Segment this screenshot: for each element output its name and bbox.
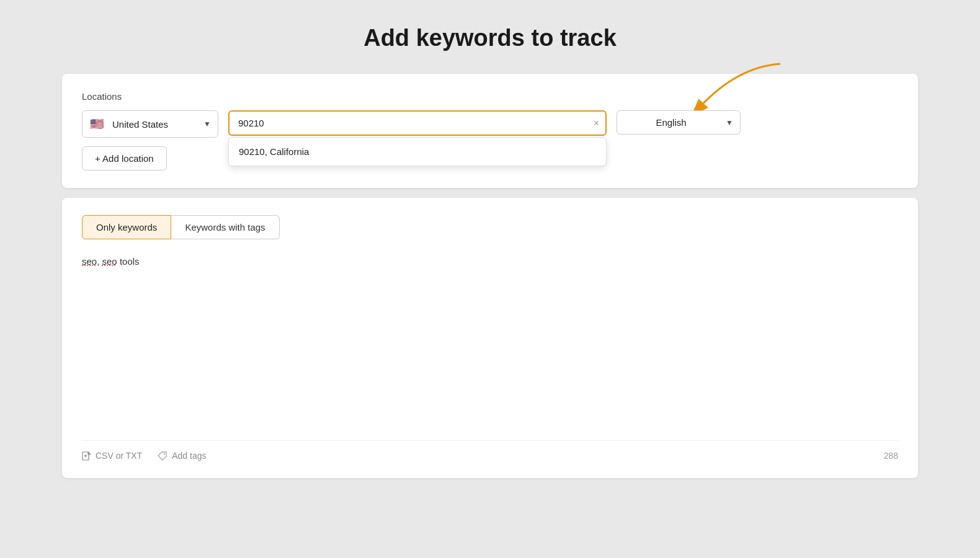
- country-select-wrapper: 🇺🇸 United States ▼: [82, 110, 218, 138]
- country-select-button[interactable]: 🇺🇸 United States: [82, 110, 218, 138]
- tab-row: Only keywords Keywords with tags: [82, 215, 898, 239]
- language-select-wrapper: English ▼: [617, 110, 741, 135]
- arrow-annotation: [662, 61, 786, 117]
- tab-keywords-with-tags[interactable]: Keywords with tags: [171, 215, 279, 239]
- locations-upper: 🇺🇸 United States ▼ × 90210, California: [82, 110, 898, 138]
- keywords-card: Only keywords Keywords with tags seo, se…: [62, 198, 918, 478]
- upload-icon: [82, 451, 92, 461]
- char-count: 288: [884, 451, 898, 461]
- keywords-content-area[interactable]: seo, seo tools: [82, 252, 898, 425]
- language-select-button[interactable]: English: [617, 110, 741, 135]
- page-title: Add keywords to track: [363, 25, 617, 51]
- csv-txt-label: CSV or TXT: [96, 451, 142, 461]
- card-footer: CSV or TXT Add tags 288: [82, 440, 898, 461]
- zip-dropdown: 90210, California: [228, 137, 607, 166]
- add-tags-label: Add tags: [172, 451, 206, 461]
- tag-icon: [157, 451, 168, 461]
- zip-input[interactable]: [228, 110, 607, 136]
- main-container: Locations 🇺🇸 United States: [62, 74, 918, 478]
- svg-point-2: [164, 453, 165, 454]
- add-tags-button[interactable]: Add tags: [157, 451, 206, 461]
- csv-txt-button[interactable]: CSV or TXT: [82, 451, 142, 461]
- locations-row: 🇺🇸 United States ▼ × 90210, California: [82, 110, 898, 138]
- tab-only-keywords[interactable]: Only keywords: [82, 215, 171, 239]
- locations-label: Locations: [82, 91, 898, 102]
- country-flag: 🇺🇸: [90, 117, 104, 131]
- zip-input-wrapper: × 90210, California: [228, 110, 607, 136]
- country-name: United States: [112, 119, 168, 130]
- zip-dropdown-item[interactable]: 90210, California: [229, 138, 606, 166]
- locations-card: Locations 🇺🇸 United States: [62, 74, 918, 188]
- footer-left: CSV or TXT Add tags: [82, 451, 206, 461]
- keywords-text: seo, seo tools: [82, 254, 898, 269]
- keyword-seo-tools: seo: [102, 256, 117, 267]
- keyword-seo: seo: [82, 256, 97, 267]
- zip-clear-button[interactable]: ×: [594, 118, 599, 128]
- add-location-button[interactable]: + Add location: [82, 146, 167, 170]
